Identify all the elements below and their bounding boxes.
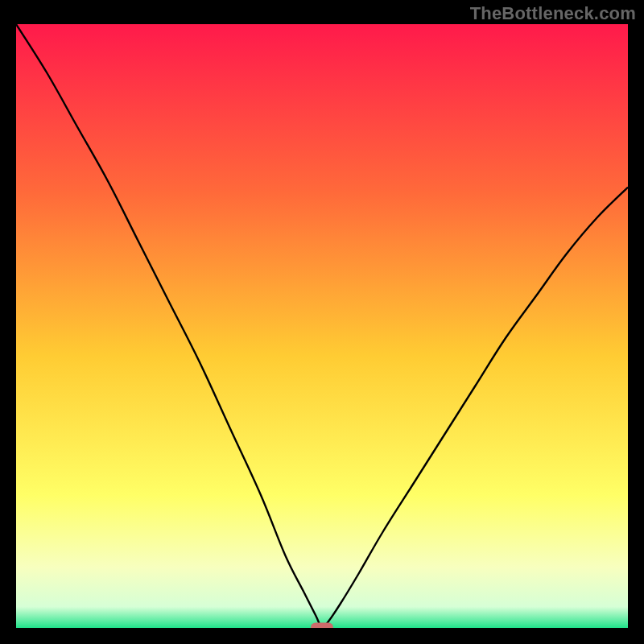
chart-frame: TheBottleneck.com <box>0 0 644 644</box>
watermark-text: TheBottleneck.com <box>470 3 636 24</box>
plot-svg <box>16 24 628 628</box>
plot-area <box>16 24 628 628</box>
gradient-background <box>16 24 628 628</box>
optimal-marker <box>311 622 333 628</box>
